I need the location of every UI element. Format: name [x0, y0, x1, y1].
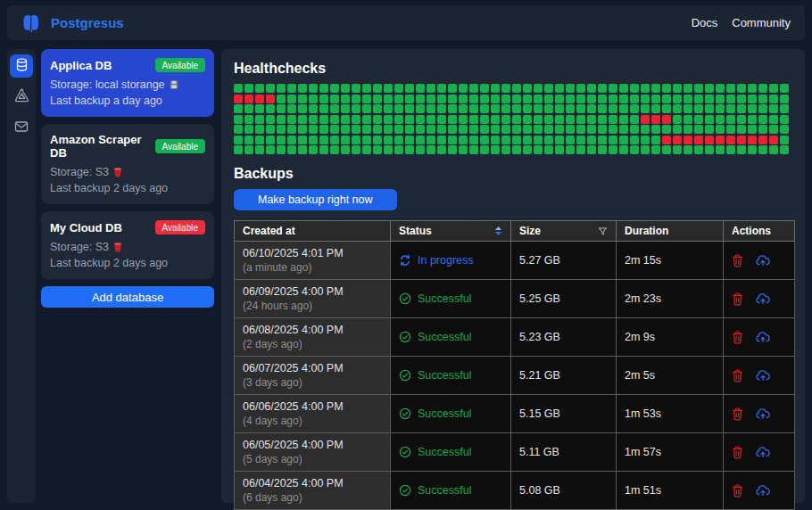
database-list: Applica DB Available Storage: local stor… [41, 49, 214, 308]
healthcheck-cell [726, 84, 735, 93]
col-header-size[interactable]: Size [511, 221, 617, 242]
healthcheck-cell [491, 104, 500, 113]
healthcheck-cell [684, 115, 692, 124]
healthcheck-cell [651, 125, 660, 134]
healthcheck-cell [394, 115, 403, 124]
database-name: Applica DB [50, 59, 112, 72]
brand-label: Postgresus [51, 15, 124, 30]
download-backup-icon[interactable] [756, 407, 770, 420]
delete-backup-icon[interactable] [732, 407, 743, 421]
healthcheck-cell [576, 95, 585, 103]
sort-icon[interactable] [494, 226, 502, 236]
backup-table-row: 06/10/2025 4:01 PM (a minute ago) In pro… [235, 242, 795, 280]
backup-relative-time: (3 days ago) [243, 376, 382, 389]
delete-backup-icon[interactable] [732, 331, 743, 344]
actions-cell [724, 357, 795, 395]
healthcheck-cell [319, 104, 328, 113]
healthcheck-cell [341, 125, 350, 134]
database-card[interactable]: Applica DB Available Storage: local stor… [41, 49, 214, 117]
database-card[interactable]: Amazon Scraper DB Available Storage: S3 … [41, 124, 214, 204]
database-card[interactable]: My Cloud DB Available Storage: S3 Last b… [41, 211, 214, 279]
delete-backup-icon[interactable] [732, 292, 743, 306]
delete-backup-icon[interactable] [732, 369, 743, 382]
healthcheck-cell [384, 145, 393, 154]
healthcheck-cell [394, 125, 403, 134]
healthcheck-cell [298, 84, 307, 93]
healthcheck-cell [341, 104, 350, 113]
success-check-icon [399, 331, 411, 343]
healthcheck-cell [769, 136, 778, 144]
duration-cell: 2m 15s [617, 242, 724, 280]
download-backup-icon[interactable] [756, 446, 770, 458]
healthcheck-cell [373, 95, 382, 103]
download-backup-icon[interactable] [756, 484, 770, 497]
healthcheck-cell [448, 95, 457, 103]
healthcheck-cell [630, 115, 639, 124]
actions-cell [724, 318, 795, 357]
healthcheck-cell [512, 95, 521, 103]
healthcheck-cell [234, 115, 243, 124]
healthcheck-cell [716, 84, 725, 93]
nav-docs[interactable]: Docs [692, 16, 718, 29]
add-database-button[interactable]: Add database [41, 286, 214, 308]
healthcheck-cell [448, 84, 457, 93]
healthcheck-cell [469, 104, 478, 113]
healthcheck-cell [341, 95, 350, 103]
healthcheck-cell [287, 84, 296, 93]
healthcheck-cell [780, 84, 789, 93]
created-at-cell: 06/10/2025 4:01 PM (a minute ago) [235, 242, 391, 280]
healthcheck-cell [651, 95, 660, 103]
healthcheck-cell [512, 115, 521, 124]
healthcheck-cell [758, 145, 767, 154]
healthcheck-cell [341, 115, 350, 124]
healthcheck-cell [651, 84, 660, 93]
filter-icon[interactable] [598, 226, 608, 236]
healthcheck-cell [576, 104, 585, 113]
healthcheck-cell [544, 115, 553, 124]
delete-backup-icon[interactable] [732, 446, 743, 459]
healthcheck-cell [469, 115, 478, 124]
healthcheck-cell [737, 104, 746, 113]
status-cell: Successful [391, 357, 511, 395]
healthcheck-cell [394, 104, 403, 113]
healthcheck-cell [501, 145, 510, 154]
healthcheck-cell [769, 115, 778, 124]
backup-table-row: 06/06/2025 4:00 PM (4 days ago) Successf… [235, 395, 795, 433]
download-backup-icon[interactable] [756, 292, 770, 305]
healthcheck-cell [523, 136, 532, 144]
healthcheck-cell [544, 95, 553, 103]
download-backup-icon[interactable] [756, 331, 770, 343]
healthcheck-cell [619, 115, 628, 124]
download-backup-icon[interactable] [756, 369, 770, 382]
healthcheck-cell [619, 125, 628, 134]
download-backup-icon[interactable] [756, 254, 770, 267]
healthcheck-cell [330, 145, 339, 154]
make-backup-button[interactable]: Make backup right now [234, 189, 397, 210]
healthcheck-cell [737, 136, 746, 144]
actions-cell [724, 395, 795, 433]
healthcheck-cell [619, 145, 628, 154]
healthcheck-cell [266, 145, 275, 154]
healthcheck-cell [523, 125, 532, 134]
s3-bucket-icon [113, 168, 122, 177]
healthcheck-cell [448, 115, 457, 124]
actions-cell [724, 280, 795, 318]
status-label: In progress [418, 254, 474, 267]
col-header-status[interactable]: Status [391, 221, 511, 242]
healthcheck-cell [716, 95, 725, 103]
healthcheck-cell [319, 136, 328, 144]
rail-databases-button[interactable] [10, 54, 33, 78]
rail-storage-button[interactable] [10, 86, 33, 109]
size-cell: 5.23 GB [511, 318, 617, 357]
brand[interactable]: Postgresus [21, 12, 124, 34]
healthcheck-cell [448, 145, 457, 154]
healthcheck-cell [566, 125, 575, 134]
delete-backup-icon[interactable] [732, 484, 743, 498]
healthcheck-cell [555, 136, 564, 144]
nav-community[interactable]: Community [732, 16, 791, 29]
rail-notifications-button[interactable] [10, 117, 33, 140]
healthcheck-cell [684, 145, 692, 154]
healthcheck-cell [491, 125, 500, 134]
delete-backup-icon[interactable] [732, 254, 743, 267]
backup-relative-time: (6 days ago) [243, 491, 382, 504]
